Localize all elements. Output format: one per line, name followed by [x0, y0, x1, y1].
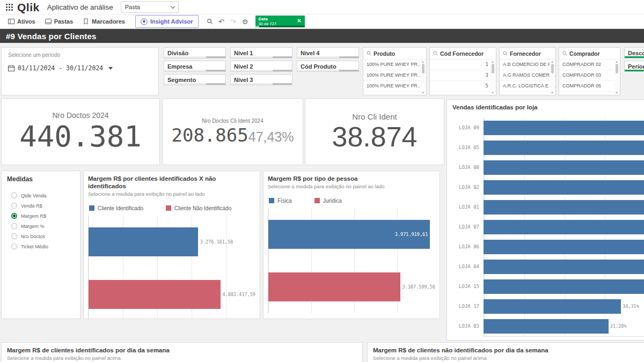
measure-option-ticket-medio[interactable]: Ticket Médio	[7, 241, 80, 252]
chart-margem-clientes-ident[interactable]: Margem R$ por clientes identificados X n…	[83, 171, 260, 319]
filter-field-divisao[interactable]: Divisão	[164, 47, 226, 58]
list-item[interactable]: COMPRADOR 05	[559, 81, 620, 92]
app-launcher-icon[interactable]	[6, 4, 8, 5]
bar-cliente-nao-identificado[interactable]	[89, 280, 221, 309]
listbox-header[interactable]: Cód Fornecedor	[430, 48, 496, 59]
listbox-produto[interactable]: Produto100% PURE WHEY PR…100% PURE WHEY …	[363, 47, 427, 95]
filter-field-segmento[interactable]: Segmento	[164, 74, 226, 85]
bar-loja-08[interactable]	[484, 160, 644, 175]
filter-field-nivel-4[interactable]: Nível 4	[297, 47, 359, 58]
list-item[interactable]: 100% PURE WHEY PR…	[363, 70, 426, 81]
legend-item-cliente-identificado[interactable]: Cliente Identificado	[89, 205, 143, 211]
undo-selection-icon[interactable]: ↶	[216, 16, 228, 27]
chart-margem-nao-ident-dia-semana[interactable]: Margem R$ de clientes não identificados …	[367, 342, 644, 362]
bar-cliente-identificado[interactable]	[89, 227, 198, 256]
bar-fisica[interactable]: 3.971.919,61	[268, 220, 430, 249]
assets-button[interactable]: Ativos	[3, 16, 40, 27]
bookmarks-button[interactable]: Marcadores	[78, 16, 130, 27]
bar-loja-09[interactable]	[484, 121, 644, 135]
scroll-thumb[interactable]	[422, 64, 425, 73]
scroll-thumb[interactable]	[551, 64, 554, 73]
search-icon[interactable]	[562, 51, 567, 56]
filter-field-nivel-1[interactable]: Nível 1	[230, 47, 292, 58]
clear-selection-icon[interactable]: ✕	[297, 18, 301, 24]
period-filter-value[interactable]: 01/11/2024 - 30/11/2024	[8, 64, 152, 72]
scroll-down-icon[interactable]: ▼	[491, 91, 494, 94]
search-icon[interactable]	[367, 51, 371, 56]
bar-loja-04[interactable]	[484, 260, 644, 274]
list-item[interactable]: 3	[430, 70, 496, 81]
chart-margem-tipo-pessoa[interactable]: Margem R$ por tipo de pessoa Selecione a…	[263, 171, 440, 319]
list-item[interactable]: 5	[430, 81, 496, 92]
scroll-up-icon[interactable]: ▲	[491, 60, 494, 63]
filter-field-nivel-2[interactable]: Nível 2	[230, 61, 292, 72]
bar-loja-06[interactable]	[484, 240, 644, 254]
filter-field-cod-produto[interactable]: Cód Produto	[297, 61, 359, 72]
bar-loja-02[interactable]	[484, 180, 644, 195]
scroll-down-icon[interactable]: ▼	[615, 91, 618, 94]
scroll-thumb[interactable]	[492, 64, 494, 73]
selected-filter-periodo[interactable]: Período	[624, 61, 644, 72]
scrollbar[interactable]: ▲▼	[420, 60, 426, 94]
bar-loja-03[interactable]	[484, 319, 609, 334]
list-item[interactable]: COMPRADOR 03	[559, 70, 620, 81]
list-item[interactable]: 100% PURE WHEY PR…	[363, 60, 426, 70]
scroll-thumb[interactable]	[616, 64, 618, 73]
filter-field-nivel-3[interactable]: Nível 3	[230, 74, 292, 85]
scroll-up-icon[interactable]: ▲	[615, 60, 618, 63]
qlik-logo[interactable]: Qlik	[17, 0, 40, 14]
scroll-up-icon[interactable]: ▲	[551, 60, 554, 63]
measure-option-margem[interactable]: Margem %	[7, 221, 80, 231]
smart-search-icon[interactable]	[204, 16, 216, 27]
current-selection-badge[interactable]: Data 30 de 727 ✕	[255, 16, 305, 27]
legend-item-cliente-nao-identificado[interactable]: Cliente Não Identificado	[166, 205, 231, 211]
search-icon[interactable]	[433, 51, 438, 56]
measure-option-nro-doctos[interactable]: Nro Doctos	[7, 231, 80, 241]
measure-option-margem-r[interactable]: Margem R$	[7, 211, 80, 221]
listbox-cod-fornecedor[interactable]: Cód Fornecedor135▲▼	[429, 47, 496, 95]
listbox-comprador[interactable]: CompradorCOMPRADOR 02COMPRADOR 03COMPRAD…	[559, 47, 620, 95]
listbox-header[interactable]: Produto	[363, 48, 426, 59]
list-item[interactable]: 100% PURE WHEY PR…	[363, 81, 426, 92]
period-filter-panel[interactable]: Selecione um período 01/11/2024 - 30/11/…	[1, 47, 159, 95]
scroll-down-icon[interactable]: ▼	[551, 91, 554, 94]
search-icon[interactable]	[503, 51, 508, 56]
list-item[interactable]: COMPRADOR 02	[559, 60, 620, 70]
measure-option-venda-r[interactable]: Venda R$	[7, 201, 80, 211]
scrollbar[interactable]: ▲▼	[550, 60, 555, 94]
scroll-down-icon[interactable]: ▼	[421, 91, 425, 94]
kpi-nro-doctos[interactable]: Nro Doctos 2024 440.381	[1, 98, 160, 165]
bar-loja-17[interactable]	[484, 299, 621, 314]
bar-loja-01[interactable]	[484, 200, 644, 215]
selections-tool-icon[interactable]: ⚙	[239, 16, 251, 27]
measure-option-qtde-venda[interactable]: Qtde Venda	[7, 190, 80, 201]
kpi-nro-cli-ident[interactable]: Nro Cli Ident 38.874	[305, 98, 444, 165]
bar-loja-15[interactable]	[484, 279, 644, 294]
bar-loja-05[interactable]	[484, 141, 644, 155]
sheets-button[interactable]: Pastas	[40, 16, 78, 27]
insight-advisor-button[interactable]: Insight Advisor	[135, 15, 199, 28]
list-item[interactable]: A.R.C. LOGISTICA E AL…	[500, 81, 555, 92]
listbox-header[interactable]: Fornecedor	[500, 48, 555, 59]
list-item[interactable]: A.B COMERCIO DE FR…	[500, 60, 555, 70]
legend-item-juridica[interactable]: Jurídica	[314, 198, 342, 204]
bar-juridica[interactable]	[268, 272, 400, 301]
measures-panel: Medidas Qtde VendaVenda R$Margem R$Marge…	[1, 171, 80, 319]
kpi-nro-doctos-cli-ident[interactable]: Nro Doctos Cli Ident 2024 208.865 47,43%	[162, 98, 303, 165]
bar-area	[484, 220, 644, 234]
listbox-fornecedor[interactable]: FornecedorA.B COMERCIO DE FR…A.G RAMOS C…	[499, 47, 556, 95]
legend-item-fisica[interactable]: Física	[269, 198, 292, 204]
listbox-header[interactable]: Comprador	[559, 48, 620, 59]
selected-filter-desconto[interactable]: Desconto	[624, 47, 644, 58]
filter-field-label: Nível 3	[234, 77, 253, 83]
list-item[interactable]: 1	[430, 60, 496, 70]
filter-field-empresa[interactable]: Empresa	[164, 61, 226, 72]
chart-vendas-por-loja[interactable]: Vendas identificadas por loja LOJA 09LOJ…	[447, 99, 644, 341]
scrollbar[interactable]: ▲▼	[490, 60, 495, 94]
bar-loja-07[interactable]	[484, 220, 644, 234]
list-item[interactable]: A.G RAMOS COMERCI…	[500, 70, 555, 81]
chart-margem-ident-dia-semana[interactable]: Margem R$ de clientes identificados por …	[1, 342, 363, 362]
scrollbar[interactable]: ▲▼	[614, 60, 619, 94]
sheet-nav-dropdown[interactable]: Pasta	[121, 1, 179, 13]
scroll-up-icon[interactable]: ▲	[421, 60, 425, 63]
